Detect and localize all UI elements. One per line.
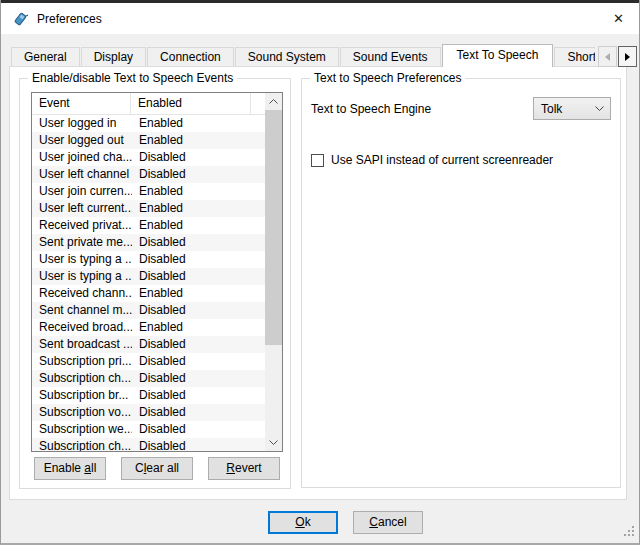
sapi-checkbox-row[interactable]: Use SAPI instead of current screenreader (311, 153, 553, 167)
event-status-cell: Disabled (132, 234, 186, 251)
event-name-cell: Subscription pri... (32, 353, 132, 370)
tab-display[interactable]: Display (81, 47, 146, 66)
event-name-cell: User is typing a ... (32, 251, 132, 268)
event-name-cell: Subscription br... (32, 387, 132, 404)
vertical-scrollbar[interactable] (265, 93, 282, 451)
event-name-cell: Subscription vo... (32, 404, 132, 421)
list-rows: User logged in Enabled User logged out E… (32, 115, 265, 451)
tab-general[interactable]: General (11, 47, 80, 66)
clear-all-button[interactable]: Clear all (121, 457, 193, 480)
tab-label: Sound Events (353, 50, 428, 64)
event-name-cell: User joined cha... (32, 149, 132, 166)
tts-event-row[interactable]: Sent private me... Disabled (32, 234, 265, 251)
event-name-cell: Sent private me... (32, 234, 132, 251)
list-header: Event Enabled (32, 93, 265, 115)
tts-events-list[interactable]: Event Enabled User logged in Enabled Use… (31, 92, 283, 452)
event-status-cell: Disabled (132, 251, 186, 268)
event-name-cell: User left current... (32, 200, 132, 217)
event-name-cell: Subscription ch... (32, 438, 132, 451)
cancel-button[interactable]: Cancel (353, 511, 423, 534)
tts-event-row[interactable]: Sent channel m... Disabled (32, 302, 265, 319)
event-name-cell: Received broad... (32, 319, 132, 336)
tab-text-to-speech[interactable]: Text To Speech (442, 44, 554, 67)
app-icon (12, 11, 28, 27)
event-status-cell: Enabled (132, 183, 183, 200)
revert-button[interactable]: Revert (208, 457, 280, 480)
tts-event-row[interactable]: User logged in Enabled (32, 115, 265, 132)
tts-event-row[interactable]: User logged out Enabled (32, 132, 265, 149)
event-status-cell: Enabled (132, 285, 183, 302)
event-name-cell: Sent channel m... (32, 302, 132, 319)
event-name-cell: User logged out (32, 132, 132, 149)
tab-label: Connection (160, 50, 221, 64)
tab-scroll-left-button[interactable] (598, 46, 617, 67)
tts-event-row[interactable]: Subscription br... Disabled (32, 387, 265, 404)
scrollbar-thumb[interactable] (265, 110, 282, 345)
event-name-cell: User is typing a ... (32, 268, 132, 285)
event-status-cell: Disabled (132, 387, 186, 404)
tab-label: Display (94, 50, 133, 64)
tab-label: Shortcuts (567, 50, 595, 64)
tab-label: General (24, 50, 67, 64)
tts-event-row[interactable]: Received chann... Enabled (32, 285, 265, 302)
preferences-groupbox: Text to Speech Preferences (301, 78, 621, 488)
tab-sound-events[interactable]: Sound Events (340, 47, 441, 66)
scroll-down-icon (269, 440, 278, 445)
tts-event-row[interactable]: User left current... Enabled (32, 200, 265, 217)
sapi-checkbox-label: Use SAPI instead of current screenreader (331, 153, 553, 167)
preferences-group-title: Text to Speech Preferences (310, 71, 465, 85)
tts-event-row[interactable]: Subscription ch... Disabled (32, 438, 265, 451)
tts-event-row[interactable]: User left channel Disabled (32, 166, 265, 183)
event-status-cell: Disabled (132, 302, 186, 319)
tab-shortcuts[interactable]: Shortcuts (554, 47, 595, 66)
event-status-cell: Enabled (132, 200, 183, 217)
event-status-cell: Enabled (132, 217, 183, 234)
tts-event-row[interactable]: Received privat... Enabled (32, 217, 265, 234)
scroll-up-button[interactable] (265, 93, 282, 110)
close-icon: ✕ (613, 11, 624, 26)
tts-event-row[interactable]: Subscription ch... Disabled (32, 370, 265, 387)
tts-event-row[interactable]: Received broad... Enabled (32, 319, 265, 336)
column-header-enabled[interactable]: Enabled (131, 93, 251, 114)
tab-scroll-right-icon (625, 53, 630, 61)
event-status-cell: Disabled (132, 404, 186, 421)
event-status-cell: Enabled (132, 115, 183, 132)
column-header-event[interactable]: Event (32, 93, 131, 114)
engine-dropdown[interactable]: Tolk (533, 97, 611, 120)
tab-scroll-right-button[interactable] (618, 46, 637, 67)
event-status-cell: Disabled (132, 268, 186, 285)
tts-event-row[interactable]: Subscription we... Disabled (32, 421, 265, 438)
event-name-cell: Subscription we... (32, 421, 132, 438)
tab-sound-system[interactable]: Sound System (235, 47, 339, 66)
resize-grip-icon[interactable] (622, 526, 634, 538)
tab-label: Sound System (248, 50, 326, 64)
events-group-title: Enable/disable Text to Speech Events (28, 71, 237, 85)
event-status-cell: Disabled (132, 336, 186, 353)
tts-event-row[interactable]: User join curren... Enabled (32, 183, 265, 200)
titlebar[interactable]: Preferences ✕ (1, 3, 640, 34)
sapi-checkbox[interactable] (311, 154, 324, 167)
event-status-cell: Disabled (132, 353, 186, 370)
tts-event-row[interactable]: Sent broadcast ... Disabled (32, 336, 265, 353)
enable-all-button[interactable]: Enable all (34, 457, 106, 480)
tts-event-row[interactable]: Subscription pri... Disabled (32, 353, 265, 370)
tab-label: Text To Speech (457, 48, 539, 62)
tab-scroll-left-icon (605, 53, 610, 61)
window-title: Preferences (37, 12, 102, 26)
event-name-cell: Subscription ch... (32, 370, 132, 387)
event-status-cell: Enabled (132, 319, 183, 336)
tts-event-row[interactable]: Subscription vo... Disabled (32, 404, 265, 421)
close-button[interactable]: ✕ (596, 3, 640, 34)
tab-connection[interactable]: Connection (147, 47, 234, 66)
tts-event-row[interactable]: User is typing a ... Disabled (32, 268, 265, 285)
event-status-cell: Disabled (132, 370, 186, 387)
scroll-down-button[interactable] (265, 434, 282, 451)
event-status-cell: Enabled (132, 132, 183, 149)
event-name-cell: Received privat... (32, 217, 132, 234)
chevron-down-icon (595, 106, 604, 111)
engine-selected-value: Tolk (534, 102, 595, 116)
ok-button[interactable]: Ok (268, 511, 338, 534)
tts-event-row[interactable]: User joined cha... Disabled (32, 149, 265, 166)
tts-event-row[interactable]: User is typing a ... Disabled (32, 251, 265, 268)
event-name-cell: User left channel (32, 166, 132, 183)
